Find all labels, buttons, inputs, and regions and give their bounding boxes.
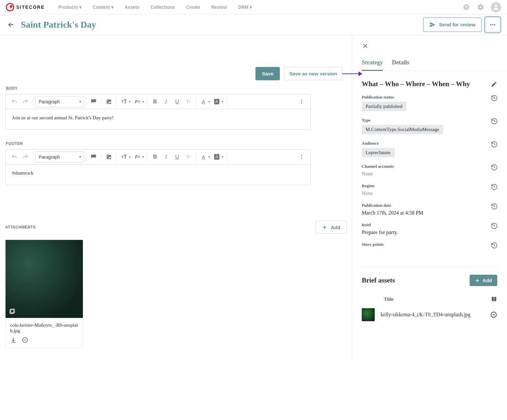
field-value-brief: Prepare for party. [362, 230, 497, 235]
history-icon[interactable] [491, 95, 498, 102]
svg-rect-20 [493, 297, 494, 301]
user-avatar[interactable] [491, 2, 501, 12]
bold-icon[interactable]: B [150, 96, 161, 107]
save-button[interactable]: Save [255, 67, 280, 80]
comment-icon[interactable] [88, 151, 99, 163]
svg-point-8 [301, 100, 302, 101]
page-title: Saint Patrick's Day [21, 20, 96, 30]
chevron-down-icon: ▾ [111, 5, 113, 10]
tab-strategy[interactable]: Strategy [362, 59, 383, 71]
svg-point-9 [301, 101, 302, 102]
bold-icon[interactable]: B [150, 151, 161, 163]
svg-point-3 [490, 24, 491, 25]
underline-icon[interactable]: U [172, 96, 183, 107]
toolbar-more-icon[interactable] [296, 151, 307, 163]
history-icon[interactable] [491, 203, 498, 210]
tab-details[interactable]: Details [392, 59, 409, 71]
edit-pencil-icon[interactable] [491, 81, 497, 87]
highlight-color-icon[interactable]: A [211, 96, 222, 107]
history-icon[interactable] [491, 141, 498, 148]
nav-products[interactable]: Products ▾ [58, 5, 82, 10]
block-format-select[interactable]: Paragraph [35, 151, 84, 163]
font-family-icon[interactable]: FA [132, 96, 143, 107]
help-icon[interactable]: ? [462, 3, 471, 11]
comment-icon[interactable] [88, 96, 99, 107]
side-panel: Strategy Details What – Who – Where – Wh… [352, 35, 507, 361]
field-value-region: None [362, 190, 497, 196]
send-for-review-button[interactable]: Send for review [423, 18, 482, 32]
field-label-story-points: Story points [362, 242, 497, 247]
brand-text: SITECORE [16, 5, 45, 10]
undo-icon[interactable] [9, 96, 20, 107]
chevron-down-icon: ▾ [250, 5, 252, 10]
svg-point-14 [301, 156, 302, 157]
body-section-label: BODY [6, 86, 346, 91]
add-brief-asset-button[interactable]: Add [470, 275, 497, 286]
nav-create[interactable]: Create [186, 5, 201, 10]
italic-icon[interactable]: I [161, 151, 172, 163]
clear-format-icon[interactable]: Tx [183, 96, 194, 107]
block-format-select[interactable]: Paragraph [35, 96, 84, 107]
remove-icon[interactable] [490, 311, 497, 318]
add-attachment-label: Add [331, 225, 340, 230]
font-size-icon[interactable]: TT [119, 151, 130, 163]
nav-assets[interactable]: Assets [124, 5, 139, 10]
field-value-channel-accounts: None [362, 171, 497, 177]
field-label-channel-accounts: Channel accounts [362, 164, 497, 169]
highlight-color-icon[interactable]: A [211, 151, 222, 163]
redo-icon[interactable] [20, 96, 31, 107]
history-icon[interactable] [491, 242, 498, 249]
remove-icon[interactable] [22, 337, 28, 343]
history-icon[interactable] [491, 183, 498, 190]
clear-format-icon[interactable]: Tx [183, 151, 194, 163]
underline-icon[interactable]: U [172, 151, 183, 163]
svg-point-7 [108, 100, 109, 101]
text-color-icon[interactable]: A [198, 96, 209, 107]
annotation-arrow-icon [342, 73, 362, 74]
ellipsis-icon [489, 21, 496, 28]
nav-drm[interactable]: DRM ▾ [238, 5, 252, 10]
side-tabs: Strategy Details [352, 49, 507, 71]
italic-icon[interactable]: I [161, 96, 172, 107]
save-as-new-version-button[interactable]: Save as new version [284, 67, 343, 80]
image-stack-icon [9, 308, 15, 315]
history-icon[interactable] [491, 222, 498, 230]
field-value-publication-date: March 17th, 2024 at 4:58 PM [362, 210, 497, 216]
history-icon[interactable] [491, 164, 498, 171]
brief-asset-thumbnail [362, 308, 375, 321]
footer-textarea[interactable]: #shamrock [6, 164, 310, 185]
back-arrow-icon[interactable] [7, 21, 15, 29]
svg-point-5 [494, 24, 495, 25]
chevron-down-icon: ▾ [129, 155, 131, 159]
chevron-down-icon: ▾ [142, 155, 144, 159]
nav-collections[interactable]: Collections [150, 5, 175, 10]
brand-logo[interactable]: SITECORE [6, 3, 45, 11]
font-family-icon[interactable]: FA [132, 151, 143, 163]
field-value-publication-status: Partially published [362, 102, 406, 111]
body-textarea[interactable]: Join us at our second annual St. Patrick… [6, 109, 310, 129]
more-actions-button[interactable] [486, 18, 500, 32]
side-heading: What – Who – Where – When – Why [362, 80, 491, 88]
main-menu: Products ▾ Content ▾ Assets Collections … [58, 5, 252, 10]
history-icon[interactable] [491, 118, 498, 125]
image-icon[interactable] [103, 151, 114, 163]
brand-mark-icon [6, 3, 14, 11]
nav-content[interactable]: Content ▾ [93, 5, 113, 10]
chevron-down-icon: ▾ [142, 100, 144, 103]
chevron-down-icon: ▾ [129, 100, 131, 103]
close-panel-icon[interactable] [362, 42, 507, 49]
download-icon[interactable] [10, 337, 17, 343]
toolbar-more-icon[interactable] [296, 96, 307, 107]
add-attachment-button[interactable]: Add [316, 221, 346, 234]
image-icon[interactable] [103, 96, 114, 107]
settings-gear-icon[interactable] [476, 3, 485, 11]
text-color-icon[interactable]: A [198, 151, 209, 163]
chevron-down-icon: ▾ [79, 5, 82, 10]
undo-icon[interactable] [9, 151, 20, 163]
brief-asset-row[interactable]: kelly-sikkema-4_cK-T0_TD4-unsplash.jpg [362, 304, 497, 325]
nav-review[interactable]: Review [211, 5, 227, 10]
attachment-card[interactable]: cole-keister-Mu6oytv_-R8-unsplash.jpg [5, 240, 83, 348]
font-size-icon[interactable]: TT [119, 96, 130, 107]
redo-icon[interactable] [20, 151, 31, 163]
columns-icon[interactable] [491, 296, 497, 302]
